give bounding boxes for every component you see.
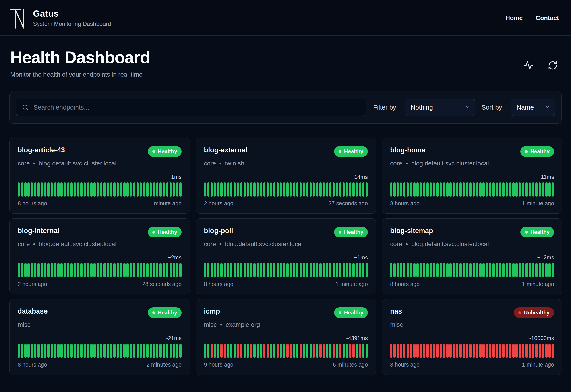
status-bar[interactable] <box>407 182 409 197</box>
activity-button[interactable] <box>524 61 534 70</box>
status-bar[interactable] <box>493 182 495 197</box>
status-bar[interactable] <box>253 263 255 277</box>
status-bar[interactable] <box>277 344 279 358</box>
status-bar[interactable] <box>323 263 325 277</box>
status-bar[interactable] <box>113 263 116 277</box>
status-bar[interactable] <box>247 182 249 197</box>
status-bar[interactable] <box>352 263 355 277</box>
status-bar[interactable] <box>522 344 524 358</box>
status-bar[interactable] <box>509 182 511 197</box>
status-bar[interactable] <box>214 182 216 197</box>
status-bar[interactable] <box>426 263 429 277</box>
status-bar[interactable] <box>179 182 181 197</box>
status-bar[interactable] <box>253 182 255 197</box>
status-bar[interactable] <box>74 263 76 277</box>
status-bar[interactable] <box>319 263 322 277</box>
status-bar[interactable] <box>293 263 295 277</box>
status-bar[interactable] <box>179 344 181 358</box>
endpoint-card-database[interactable]: database Healthy misc ~21ms 8 hours ago … <box>9 299 190 375</box>
status-bar[interactable] <box>217 263 219 277</box>
status-bar[interactable] <box>366 263 368 277</box>
status-bar[interactable] <box>227 263 229 277</box>
status-bar[interactable] <box>286 182 289 197</box>
endpoint-card-blog-sitemap[interactable]: blog-sitemap Healthy core • blog.default… <box>382 219 562 294</box>
status-bar[interactable] <box>300 344 302 358</box>
status-bar[interactable] <box>502 182 505 197</box>
status-bar[interactable] <box>28 182 30 197</box>
status-bar[interactable] <box>250 263 252 277</box>
status-bar[interactable] <box>110 263 112 277</box>
status-bar[interactable] <box>267 344 269 358</box>
status-bar[interactable] <box>71 344 73 358</box>
status-bar[interactable] <box>316 182 318 197</box>
status-bar[interactable] <box>90 344 92 358</box>
status-bar[interactable] <box>210 263 213 277</box>
status-bar[interactable] <box>234 344 236 358</box>
status-bar[interactable] <box>456 182 458 197</box>
status-bar[interactable] <box>316 263 318 277</box>
status-bar[interactable] <box>366 344 368 358</box>
status-bar[interactable] <box>296 263 299 277</box>
status-bar[interactable] <box>332 344 335 358</box>
status-bar[interactable] <box>310 182 312 197</box>
status-bar[interactable] <box>204 182 206 197</box>
status-bar[interactable] <box>416 182 419 197</box>
status-bar[interactable] <box>476 344 478 358</box>
status-bar[interactable] <box>113 344 116 358</box>
status-bar[interactable] <box>393 182 396 197</box>
status-bar[interactable] <box>80 263 83 277</box>
status-bar[interactable] <box>339 263 342 277</box>
status-bar[interactable] <box>469 344 471 358</box>
status-bar[interactable] <box>413 344 416 358</box>
status-bar[interactable] <box>552 344 554 358</box>
sort-select[interactable]: Name <box>511 99 555 116</box>
status-bar[interactable] <box>270 263 272 277</box>
status-bar[interactable] <box>143 263 145 277</box>
status-bar[interactable] <box>44 344 46 358</box>
status-bar[interactable] <box>240 182 242 197</box>
status-bar[interactable] <box>243 263 246 277</box>
status-bar[interactable] <box>113 182 116 197</box>
status-bar[interactable] <box>169 344 172 358</box>
status-bar[interactable] <box>34 344 36 358</box>
status-bar[interactable] <box>273 182 275 197</box>
status-bar[interactable] <box>57 263 60 277</box>
status-bar[interactable] <box>493 263 495 277</box>
status-bar[interactable] <box>290 344 292 358</box>
status-bar[interactable] <box>44 182 46 197</box>
status-bar[interactable] <box>160 263 162 277</box>
status-bar[interactable] <box>230 263 232 277</box>
status-bar[interactable] <box>416 263 419 277</box>
status-bar[interactable] <box>173 263 175 277</box>
status-bar[interactable] <box>227 182 229 197</box>
status-bar[interactable] <box>542 263 544 277</box>
status-bar[interactable] <box>37 344 40 358</box>
status-bar[interactable] <box>64 182 66 197</box>
status-bar[interactable] <box>257 344 259 358</box>
status-bar[interactable] <box>176 182 178 197</box>
status-bar[interactable] <box>166 344 168 358</box>
status-bar[interactable] <box>548 182 551 197</box>
status-bar[interactable] <box>136 344 139 358</box>
status-bar[interactable] <box>173 344 175 358</box>
endpoint-card-blog-internal[interactable]: blog-internal Healthy core • blog.defaul… <box>9 219 190 294</box>
status-bar[interactable] <box>466 182 468 197</box>
status-bar[interactable] <box>90 263 92 277</box>
status-bar[interactable] <box>283 263 285 277</box>
status-bar[interactable] <box>349 344 351 358</box>
status-bar[interactable] <box>339 182 342 197</box>
status-bar[interactable] <box>163 182 165 197</box>
status-bar[interactable] <box>77 263 79 277</box>
status-bar[interactable] <box>519 182 521 197</box>
status-bar[interactable] <box>224 263 226 277</box>
status-bar[interactable] <box>107 182 109 197</box>
status-bar[interactable] <box>104 344 106 358</box>
status-bar[interactable] <box>446 182 449 197</box>
status-bar[interactable] <box>163 344 165 358</box>
status-bar[interactable] <box>548 263 551 277</box>
status-bar[interactable] <box>97 182 99 197</box>
status-bar[interactable] <box>323 182 325 197</box>
status-bar[interactable] <box>220 344 223 358</box>
status-bar[interactable] <box>430 263 432 277</box>
status-bar[interactable] <box>133 344 135 358</box>
